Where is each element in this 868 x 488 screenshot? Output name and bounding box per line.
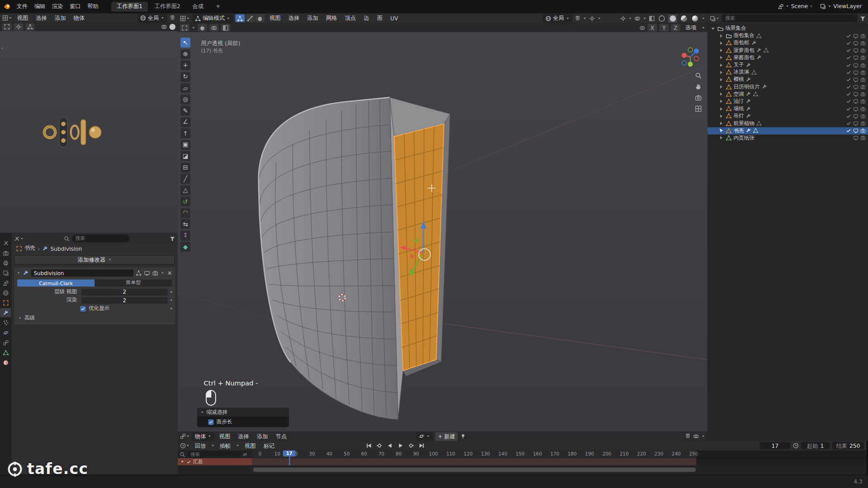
editor-type-button[interactable]	[14, 235, 24, 241]
filter-button[interactable]	[860, 15, 866, 21]
tab-view-layer[interactable]	[0, 268, 11, 277]
region-collapse-arrow[interactable]: ‹	[1, 45, 3, 51]
play-button[interactable]	[396, 442, 405, 449]
render-levels-field[interactable]: 2	[81, 297, 168, 304]
tab-scene[interactable]	[0, 278, 11, 287]
tool-inset-faces-button[interactable]: ▣	[180, 140, 190, 150]
mirror-x-toggle[interactable]: X	[648, 24, 657, 32]
modifier-extras-menu[interactable]	[160, 271, 165, 275]
menu-keying[interactable]: 插帧	[217, 442, 234, 450]
menu-view[interactable]: 视图	[242, 442, 259, 450]
tool-options-menu[interactable]: 选项	[683, 24, 699, 32]
exclude-checkbox[interactable]	[846, 70, 851, 75]
editor-type-button[interactable]	[180, 433, 190, 439]
outliner-row[interactable]: 面包集合	[708, 32, 868, 39]
shading-solid-button[interactable]	[668, 14, 677, 22]
tab-render[interactable]	[0, 249, 11, 258]
outliner-row[interactable]: 内页纸张	[708, 134, 868, 141]
channel-search-input[interactable]	[187, 451, 241, 458]
shading-material-button[interactable]	[679, 14, 688, 22]
animate-dot[interactable]	[170, 308, 172, 310]
tab-world[interactable]	[0, 288, 11, 297]
tab-object[interactable]	[0, 298, 11, 307]
modifier-name-field[interactable]: Subdivision	[31, 269, 134, 277]
viewport-visibility-toggle[interactable]	[853, 70, 859, 75]
modifier-render-toggle[interactable]	[152, 270, 158, 276]
menu-view[interactable]: 视图	[267, 14, 283, 22]
tab-output[interactable]	[0, 258, 11, 267]
toggle-perspective-button[interactable]	[695, 105, 702, 113]
tab-modifiers[interactable]	[0, 308, 11, 317]
tool-knife-button[interactable]: ╱	[180, 174, 190, 183]
tool-scale-button[interactable]: ▱	[180, 83, 190, 93]
outliner-row[interactable]: 樱桃	[708, 76, 868, 83]
modifier-editmode-toggle[interactable]	[136, 270, 142, 276]
filter-button[interactable]	[170, 235, 175, 241]
outliner-search-input[interactable]	[722, 14, 858, 22]
3d-viewport-canvas[interactable]: 用户透视 (局部) (17) 书壳 ↖ ⊕ + ↻ ▱ ◎ ✎ ∠ ↑ ▣ ◪ …	[178, 32, 708, 432]
chevron-right-icon[interactable]	[718, 33, 724, 38]
vertex-select-button[interactable]	[235, 14, 245, 22]
overlay-node-toggle[interactable]	[693, 433, 699, 439]
viewport-visibility-toggle[interactable]	[853, 47, 859, 53]
exclude-checkbox[interactable]	[846, 77, 851, 82]
playhead-frame-badge[interactable]: 17	[283, 450, 296, 456]
summary-track-row[interactable]	[252, 458, 696, 465]
viewport-visibility-toggle[interactable]	[853, 106, 859, 112]
tool-cursor-button[interactable]: ⊕	[180, 49, 190, 59]
menu-edge[interactable]: 边	[361, 14, 372, 22]
viewport-visibility-toggle[interactable]	[853, 91, 859, 97]
select-mode-subtract-button[interactable]	[221, 24, 231, 32]
node-tree-browse-dropdown[interactable]	[416, 433, 433, 440]
previous-keyframe-button[interactable]	[375, 442, 383, 449]
shading-wireframe-button[interactable]	[657, 14, 666, 22]
menu-face[interactable]: 面	[374, 14, 385, 22]
filter-toggle-icon[interactable]: ⇄	[243, 452, 247, 457]
exclude-checkbox[interactable]	[846, 99, 851, 104]
add-workspace-button[interactable]: +	[210, 2, 226, 10]
advanced-section-toggle[interactable]: 高级	[24, 314, 35, 322]
overlays-options-chevron[interactable]	[643, 16, 647, 20]
editor-type-button[interactable]	[180, 15, 190, 21]
viewport-visibility-toggle[interactable]	[853, 62, 859, 68]
editor-type-button[interactable]	[180, 443, 190, 449]
animate-dot[interactable]	[170, 299, 172, 301]
levels-viewport-field[interactable]: 2	[81, 289, 168, 296]
editor-type-button[interactable]	[710, 15, 720, 21]
outliner-row[interactable]: 前景植物	[708, 120, 868, 127]
outliner-row[interactable]: 空调	[708, 90, 868, 98]
proportional-options-chevron[interactable]	[597, 16, 601, 20]
exclude-checkbox[interactable]	[846, 47, 851, 53]
scene-selector[interactable]: Scene	[775, 3, 816, 10]
tab-material[interactable]	[0, 358, 11, 367]
edge-select-button[interactable]	[245, 14, 255, 22]
outliner-row[interactable]: 油汀	[708, 98, 868, 105]
exclude-checkbox[interactable]	[846, 121, 851, 126]
viewport-visibility-toggle[interactable]	[853, 77, 859, 82]
mode-dropdown[interactable]: 编辑模式	[192, 14, 233, 23]
geonodes-mode-dropdown[interactable]: 物体	[192, 432, 214, 441]
show-overlays-toggle[interactable]	[634, 15, 640, 21]
menu-select[interactable]: 选择	[33, 14, 50, 22]
menu-render[interactable]: 渲染	[49, 3, 66, 10]
tool-shrink-fatten-button[interactable]: ↕	[180, 230, 190, 240]
new-node-tree-button[interactable]: + 新建	[435, 432, 458, 441]
menu-window[interactable]: 窗口	[67, 3, 84, 10]
outliner-row[interactable]: 日历明信片	[708, 83, 868, 90]
add-modifier-button[interactable]: 添加修改器	[14, 255, 175, 264]
chevron-right-icon[interactable]	[718, 47, 724, 53]
tool-shear-button[interactable]: ◆	[180, 242, 190, 252]
tool-measure-button[interactable]: ∠	[180, 117, 190, 127]
pan-view-button[interactable]	[695, 83, 702, 90]
tool-loop-cut-button[interactable]: ⊟	[180, 162, 190, 172]
chevron-right-icon[interactable]	[718, 99, 724, 104]
chevron-right-icon[interactable]	[718, 40, 724, 46]
menu-add[interactable]: 添加	[304, 14, 321, 22]
render-visibility-toggle[interactable]	[860, 33, 866, 38]
summary-channel[interactable]: 汇总	[178, 458, 252, 465]
zoom-view-button[interactable]	[695, 72, 702, 79]
menu-mesh[interactable]: 网格	[323, 14, 340, 22]
mirror-y-toggle[interactable]: Y	[659, 24, 669, 32]
show-gizmo-toggle[interactable]	[620, 15, 626, 21]
timeline-scrollbar[interactable]	[178, 465, 866, 475]
